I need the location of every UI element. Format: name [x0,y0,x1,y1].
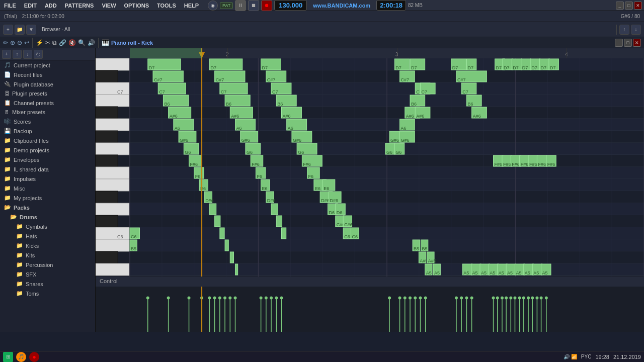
note-display: G#6 / 80 [621,14,640,19]
copy-icon[interactable]: ⧉ [52,39,57,46]
memory-display: 82 MB [408,3,423,8]
trial-label: (Trial) [4,14,17,19]
mute-icon[interactable]: 🔇 [68,39,76,46]
volume-icon[interactable]: 🔊 [88,39,95,46]
pianoroll-title: Piano roll - Kick [111,40,153,46]
scissors-icon[interactable]: ✂ [45,39,50,46]
menu-item-patterns[interactable]: PATTERNS [61,2,98,10]
taskbar-date: 21.12.2019 [613,354,641,360]
lang-label: PYC [581,354,592,359]
sidebar-item-kits[interactable]: 📁Kits [0,250,95,260]
time-display: 2:00:18 [376,0,406,11]
duration-label: 2:11:00 for 0:02:00 [22,14,64,19]
menu-item-edit[interactable]: EDIT [20,2,41,10]
sidebar-item-hats[interactable]: 📁Hats [0,231,95,241]
minimize-button[interactable]: _ [616,2,624,10]
pat-label: PAT [220,2,233,9]
record-button[interactable]: ⏺ [261,0,272,11]
menu-item-tools[interactable]: TOOLS [153,2,180,10]
sidebar-item-demo-projects[interactable]: 📁Demo projects [0,145,95,155]
glue-icon[interactable]: 🔗 [59,39,66,46]
folder-btn[interactable]: 📁 [15,25,25,35]
record-dot-btn[interactable]: ● [29,352,39,362]
zoom-icon[interactable]: 🔍 [78,39,86,46]
pause-button[interactable]: ⏸ [235,0,246,11]
metronome-icon[interactable]: ◉ [208,1,218,11]
add-btn[interactable]: + [3,25,13,35]
erase-tool-icon[interactable]: ⊖ [17,39,22,46]
toolbar2-btn2[interactable]: ↓ [631,25,641,35]
menu-item-view[interactable]: VIEW [98,2,120,10]
sidebar-item-packs[interactable]: 📂Packs [0,203,95,212]
sidebar-item-plugin-database[interactable]: 🔌Plugin database [0,79,95,89]
fl-icon[interactable]: 🎵 [16,352,26,362]
sb-btn4[interactable]: ⭮ [34,50,43,59]
close-button[interactable]: ✕ [634,2,642,10]
sidebar-item-recent-files[interactable]: 📄Recent files [0,70,95,79]
sidebar-item-drums[interactable]: 📂Drums [0,212,95,222]
pr-minimize[interactable]: _ [615,39,623,47]
sidebar-item-misc[interactable]: 📁Misc [0,184,95,193]
pr-close[interactable]: ✕ [633,39,641,47]
sb-btn1[interactable]: + [2,50,11,59]
sidebar: + ↑ ↓ ⭮ 🎵Current project📄Recent files🔌Pl… [0,48,96,332]
taskbar-time: 19:28 [595,354,609,360]
sb-btn3[interactable]: ↓ [23,50,32,59]
sidebar-item-backup[interactable]: 💾Backup [0,126,95,136]
menu-item-options[interactable]: OPTIONS [120,2,153,10]
pianoroll-header: ✏ ⊕ ⊖ ↩ ⚡ ✂ ⧉ 🔗 🔇 🔍 🔊 🎹 Piano roll - Kic… [0,37,644,48]
menu-item-help[interactable]: HELP [180,2,203,10]
sidebar-item-kicks[interactable]: 📁Kicks [0,241,95,250]
bpm-display[interactable]: 130.000 [274,0,307,11]
windows-start-btn[interactable]: ⊞ [3,352,13,362]
undo-icon[interactable]: ↩ [24,39,29,46]
sidebar-item-envelopes[interactable]: 📁Envelopes [0,155,95,164]
magnet-icon[interactable]: ⚡ [36,39,43,46]
piano-roll-canvas[interactable] [96,48,644,332]
menu-bar: FILE EDIT ADD PATTERNS VIEW OPTIONS TOOL… [0,0,644,11]
sidebar-toolbar: + ↑ ↓ ⭮ [0,48,95,60]
window-controls: _ □ ✕ [616,2,642,10]
stop-button[interactable]: ⏹ [248,0,259,11]
sidebar-item-il-shared-data[interactable]: 📁IL shared data [0,164,95,174]
sidebar-item-my-projects[interactable]: 📁My projects [0,193,95,203]
main-content: + ↑ ↓ ⭮ 🎵Current project📄Recent files🔌Pl… [0,48,644,332]
sidebar-item-cymbals[interactable]: 📁Cymbals [0,222,95,231]
select-tool-icon[interactable]: ⊕ [10,39,15,46]
info-bar: (Trial) 2:11:00 for 0:02:00 G#6 / 80 [0,11,644,22]
sidebar-item-plugin-presets[interactable]: 🎛Plugin presets [0,89,95,98]
menu-item-file[interactable]: FILE [0,2,20,10]
toolbar2-btn1[interactable]: ↑ [619,25,629,35]
taskbar: ⊞ 🎵 ● 🔊 📶 PYC 19:28 21.12.2019 [0,351,644,362]
sidebar-item-snares[interactable]: 📁Snares [0,279,95,289]
channel-toolbar: + 📁 ▼ Browser - All ↑ ↓ [0,22,644,37]
browser-label: Browser - All [42,27,70,32]
sidebar-item-toms[interactable]: 📁Toms [0,289,95,298]
sidebar-item-impulses[interactable]: 📁Impulses [0,174,95,184]
sidebar-item-clipboard-files[interactable]: 📁Clipboard files [0,136,95,145]
sidebar-item-mixer-presets[interactable]: 🎚Mixer presets [0,108,95,117]
website-label: www.BANDICAM.com [313,3,370,9]
sidebar-item-current-project[interactable]: 🎵Current project [0,60,95,70]
maximize-button[interactable]: □ [625,2,633,10]
sidebar-items: 🎵Current project📄Recent files🔌Plugin dat… [0,60,95,298]
sb-btn2[interactable]: ↑ [13,50,22,59]
sidebar-item-percussion[interactable]: 📁Percussion [0,260,95,269]
sidebar-item-sfx[interactable]: 📁SFX [0,269,95,279]
sidebar-item-channel-presets[interactable]: 📋Channel presets [0,98,95,108]
pr-maximize[interactable]: □ [624,39,632,47]
system-tray-icons: 🔊 📶 [564,354,577,359]
draw-tool-icon[interactable]: ✏ [3,39,8,46]
down-btn[interactable]: ▼ [26,25,36,35]
menu-item-add[interactable]: ADD [41,2,61,10]
pianoroll-container [96,48,644,332]
sidebar-item-scores[interactable]: 🎼Scores [0,117,95,126]
piano-icon: 🎹 [102,39,109,46]
